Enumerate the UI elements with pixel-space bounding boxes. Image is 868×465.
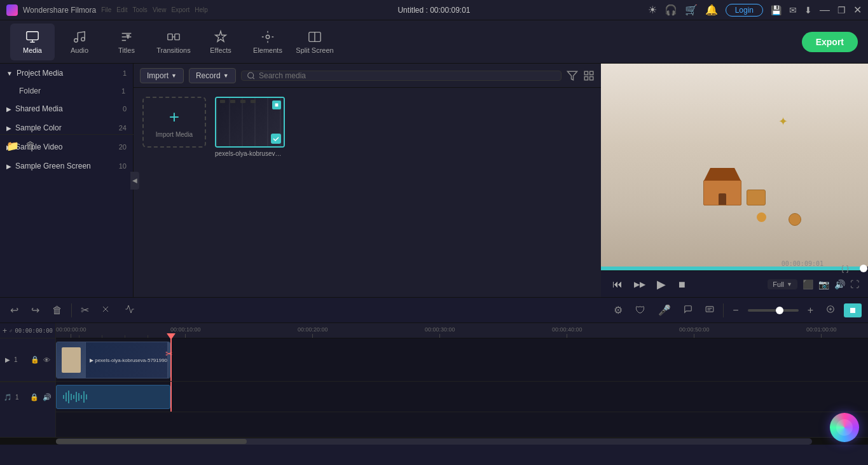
undo-button[interactable]: ↩ [6,302,22,319]
panel-toggle[interactable]: ◀ [130,172,139,190]
cart-icon[interactable]: 🛒 [685,4,698,16]
import-button[interactable]: Import ▼ [140,68,184,83]
ruler-mark-1: 00:00:10:00 [170,326,201,338]
toolbar-transitions[interactable]: Transitions [151,24,196,60]
filter-icon[interactable] [567,70,578,81]
highlight-button[interactable] [844,303,862,317]
svg-rect-18 [706,306,713,311]
record-button[interactable]: Record ▼ [189,68,236,83]
login-button[interactable]: Login [726,4,763,17]
media-clip-1[interactable]: pexels-olya-kobruseva-5... [215,97,285,157]
bell-icon[interactable]: 🔔 [705,4,718,16]
video-track-label: ▶ 1 🔒 👁 [0,338,55,382]
toolbar-titles[interactable]: T Titles [104,24,149,60]
search-icon [247,71,255,80]
add-track-button[interactable] [822,302,839,319]
captions-icon[interactable] [701,302,718,319]
audio-clip[interactable] [56,385,170,409]
menu-export[interactable]: Export [171,6,189,13]
fullscreen-icon[interactable]: ⛶ [850,279,859,289]
media-toolbar: Import ▼ Record ▼ [134,64,601,88]
timeline-tracks: 00:00:00:00 00:00:10:00 00:00:20:00 00:0… [56,323,868,437]
close-button[interactable]: ✕ [853,4,862,16]
menu-view[interactable]: View [153,6,167,13]
toolbar-effects[interactable]: Effects [198,24,243,60]
grid-icon[interactable] [583,70,595,81]
toolbar-elements[interactable]: Elements [245,24,290,60]
subtitle-icon[interactable] [680,302,696,319]
svg-rect-30 [76,392,77,402]
zoom-out-button[interactable]: − [729,302,742,319]
export-button[interactable]: Export [802,32,858,52]
record-dropdown-icon: ▼ [223,73,229,79]
bottom-scrollbar[interactable] [0,437,868,445]
eye-icon[interactable]: 👁 [43,356,50,364]
minimize-button[interactable]: — [820,4,830,16]
scroll-thumb[interactable] [56,439,247,444]
lock-icon[interactable]: 🔒 [31,356,39,364]
add-folder-icon[interactable]: 📁 [6,140,19,152]
menu-tools[interactable]: Tools [133,6,148,13]
step-forward-button[interactable]: ▶▶ [631,277,648,291]
delete-folder-icon[interactable]: 🗑 [25,140,36,152]
add-track-label-icon[interactable]: + [3,326,7,335]
video-track: ▶ pexels-olya-kobruseva-5791990 ✂ [56,338,868,382]
menu-help[interactable]: Help [195,6,208,13]
audio-beat-button[interactable] [121,302,139,319]
video-clip[interactable]: ▶ pexels-olya-kobruseva-5791990 [56,342,170,378]
link-icon[interactable] [10,327,12,335]
settings-icon[interactable]: ⚙ [610,302,626,319]
timecode-display: 00:00:09:01 [782,260,823,267]
save-icon[interactable]: 💾 [771,5,782,15]
stop-button[interactable]: ⏹ [675,277,689,292]
svg-line-12 [252,77,254,78]
toolbar-splitscreen[interactable]: Split Screen [293,24,337,60]
audio-volume-icon[interactable]: 🔊 [43,393,52,401]
sun-icon[interactable]: ☀ [648,4,657,16]
headphone-icon[interactable]: 🎧 [665,4,677,16]
svg-rect-28 [71,394,72,400]
svg-rect-14 [584,71,588,74]
ruler-mark-3: 00:00:30:00 [425,326,455,338]
zoom-slider[interactable] [748,309,799,312]
preview-screen-icon[interactable]: ⬛ [803,279,813,289]
menu-file[interactable]: File [101,6,111,13]
menu-edit[interactable]: Edit [116,6,127,13]
timeline-track-labels: + 00:00:00:00 ▶ 1 🔒 👁 🎵 1 [0,323,56,437]
sidebar-item-project-media[interactable]: ▼ Project Media 1 [0,64,133,83]
ruler-mark-6: 00:01:00:00 [806,326,837,338]
toolbar-audio[interactable]: Audio [57,24,102,60]
import-media-box[interactable]: + Import Media [142,97,206,148]
sidebar-item-folder[interactable]: Folder 1 [0,83,133,99]
toolbar-media[interactable]: Media [10,24,55,60]
sidebar-item-sample-green[interactable]: ▶ Sample Green Screen 10 [0,156,133,176]
svg-text:T: T [127,33,130,39]
redo-button[interactable]: ↪ [27,302,43,319]
trim-button[interactable] [98,302,116,319]
cut-button[interactable]: ✂ [77,302,93,319]
notification-icon[interactable]: ✉ [789,5,797,15]
playhead-audio [170,382,172,412]
maximize-button[interactable]: ❐ [837,5,846,15]
main-toolbar: Media Audio T Titles Transitions Effects… [0,20,868,64]
current-time-label: 00:00:00:00 [15,328,53,334]
volume-icon[interactable]: 🔊 [834,279,845,289]
play-button[interactable]: ▶ [654,275,668,294]
download-icon[interactable]: ⬇ [804,5,812,15]
ruler-mark-2: 00:00:20:00 [298,326,328,338]
screenshot-icon[interactable]: 📷 [818,279,829,289]
preview-progress[interactable]: { } 00:00:09:01 [601,267,868,270]
audio-lock-icon[interactable]: 🔒 [30,393,39,401]
import-dropdown-icon: ▼ [171,73,177,79]
search-input[interactable] [259,71,556,80]
shield-icon[interactable]: 🛡 [631,302,649,319]
app-logo [6,4,18,16]
mic-icon[interactable]: 🎤 [654,302,675,319]
step-back-button[interactable]: ⏮ [610,276,625,293]
clip-name: pexels-olya-kobruseva-5... [215,150,285,157]
zoom-in-button[interactable]: + [804,302,817,319]
svg-rect-31 [78,393,79,401]
sidebar-item-shared-media[interactable]: ▶ Shared Media 0 [0,99,133,118]
delete-button[interactable]: 🗑 [48,302,66,319]
zoom-select[interactable]: Full ▼ [768,279,797,289]
